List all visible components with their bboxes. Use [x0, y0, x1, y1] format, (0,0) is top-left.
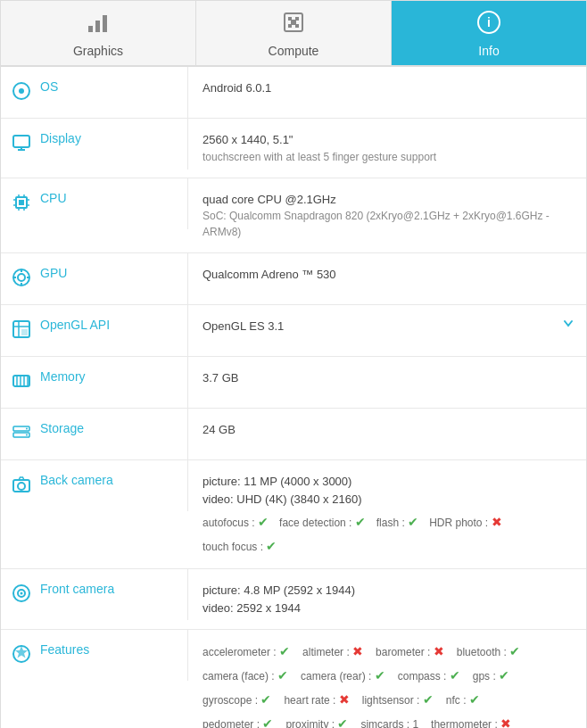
row-label-text-back-camera: Back camera — [40, 473, 113, 487]
row-features: Featuresaccelerometer : ✔altimeter : ✖ba… — [1, 630, 586, 728]
storage-icon — [12, 423, 31, 447]
gpu-icon — [12, 268, 31, 292]
features-line-3: pedometer : ✔proximity : ✔simcards : 1th… — [203, 715, 574, 728]
row-label-back-camera: Back camera — [1, 460, 188, 511]
memory-main-value: 3.7 GB — [203, 369, 574, 387]
row-label-text-front-camera: Front camera — [40, 582, 114, 596]
svg-point-43 — [26, 428, 28, 430]
feature-lightsensor: lightsensor : ✔ — [362, 691, 434, 709]
svg-rect-8 — [291, 20, 296, 25]
svg-point-12 — [19, 88, 24, 94]
feature-pedometer: pedometer : ✔ — [203, 715, 273, 728]
svg-rect-13 — [13, 136, 29, 147]
row-label-features: Features — [1, 630, 188, 681]
row-label-text-memory: Memory — [40, 369, 86, 384]
row-value-cpu: quad core CPU @2.1GHzSoC: Qualcomm Snapd… — [188, 178, 586, 253]
row-memory: Memory3.7 GB — [1, 357, 586, 409]
row-label-os: OS — [1, 67, 188, 118]
display-icon — [12, 133, 31, 157]
os-main-value: Android 6.0.1 — [203, 79, 574, 97]
svg-point-49 — [21, 592, 23, 595]
opengl-icon — [12, 319, 31, 343]
feature-accelerometer: accelerometer : ✔ — [203, 642, 290, 661]
cpu-icon — [12, 193, 31, 217]
row-value-opengl: OpenGL ES 3.1 — [188, 305, 586, 348]
feature-camera-(rear): camera (rear) : ✔ — [301, 666, 385, 685]
compute-tab-label: Compute — [269, 44, 319, 58]
front-camera-picture: picture: 4.8 MP (2592 x 1944) — [203, 582, 574, 600]
row-os: OSAndroid 6.0.1 — [1, 67, 586, 119]
features-line-1: camera (face) : ✔camera (rear) : ✔compas… — [203, 666, 574, 685]
row-label-text-cpu: CPU — [40, 191, 67, 205]
cpu-main-value: quad core CPU @2.1GHz — [203, 191, 574, 209]
tab-graphics[interactable]: Graphics — [1, 1, 196, 65]
display-sub-value: touchscreen with at least 5 finger gestu… — [203, 149, 574, 165]
opengl-chevron-icon[interactable] — [559, 314, 577, 339]
graphics-tab-icon — [86, 10, 111, 40]
compute-tab-icon — [281, 10, 306, 40]
feature-gps: gps : ✔ — [473, 666, 509, 685]
row-value-gpu: Qualcomm Adreno ™ 530 — [188, 253, 586, 296]
features-line-0: accelerometer : ✔altimeter : ✖barometer … — [203, 642, 574, 661]
feature-compass: compass : ✔ — [398, 666, 460, 685]
cpu-sub-value: SoC: Qualcomm Snapdragon 820 (2xKryo@2.1… — [203, 208, 574, 240]
row-value-memory: 3.7 GB — [188, 357, 586, 400]
main-container: Graphics Compute i Info OSAndroid 6.0.1D… — [0, 0, 587, 728]
row-label-gpu: GPU — [1, 253, 188, 304]
row-front-camera: Front camerapicture: 4.8 MP (2592 x 1944… — [1, 569, 586, 630]
feature-heart-rate: heart rate : ✖ — [284, 691, 349, 709]
row-value-storage: 24 GB — [188, 409, 586, 451]
feature-thermometer: thermometer : ✖ — [431, 715, 511, 728]
tab-bar: Graphics Compute i Info — [1, 1, 586, 67]
row-label-display: Display — [1, 119, 188, 170]
row-label-memory: Memory — [1, 357, 188, 408]
svg-text:i: i — [487, 15, 491, 29]
feature-altimeter: altimeter : ✖ — [302, 642, 363, 661]
svg-point-44 — [26, 434, 28, 436]
front-camera-icon — [12, 583, 31, 608]
svg-rect-0 — [88, 26, 93, 32]
feature-nfc: nfc : ✔ — [446, 691, 480, 709]
graphics-tab-label: Graphics — [73, 44, 123, 58]
back-camera-features-line1: autofocus : ✔face detection : ✔flash : ✔… — [203, 513, 574, 532]
back-camera-features-line2: touch focus : ✔ — [203, 537, 574, 556]
feature-gyroscope: gyroscope : ✔ — [203, 691, 271, 709]
memory-icon — [12, 371, 31, 395]
features-line-2: gyroscope : ✔heart rate : ✖lightsensor :… — [203, 691, 574, 709]
feature-camera-(face): camera (face) : ✔ — [203, 666, 288, 685]
row-label-text-storage: Storage — [40, 421, 84, 435]
row-display: Display2560 x 1440, 5.1"touchscreen with… — [1, 119, 586, 178]
row-gpu: GPUQualcomm Adreno ™ 530 — [1, 253, 586, 305]
svg-rect-1 — [95, 21, 100, 32]
row-value-back-camera: picture: 11 MP (4000 x 3000)video: UHD (… — [188, 460, 586, 568]
row-label-text-display: Display — [40, 131, 81, 145]
svg-rect-2 — [103, 15, 107, 32]
tab-info[interactable]: i Info — [392, 1, 586, 65]
row-label-front-camera: Front camera — [1, 569, 188, 620]
camera-icon — [12, 475, 31, 499]
row-back-camera: Back camerapicture: 11 MP (4000 x 3000)v… — [1, 460, 586, 569]
svg-point-27 — [18, 274, 25, 281]
info-section: OSAndroid 6.0.1Display2560 x 1440, 5.1"t… — [1, 67, 586, 728]
feature-proximity: proximity : ✔ — [285, 715, 348, 728]
svg-rect-35 — [21, 329, 28, 335]
info-tab-label: Info — [478, 44, 499, 58]
back-camera-picture: picture: 11 MP (4000 x 3000) — [203, 473, 574, 491]
features-icon — [12, 644, 31, 668]
gpu-main-value: Qualcomm Adreno ™ 530 — [203, 266, 574, 284]
os-icon — [12, 81, 31, 105]
row-label-opengl: OpenGL API — [1, 305, 188, 356]
svg-rect-17 — [19, 200, 24, 205]
row-value-features: accelerometer : ✔altimeter : ✖barometer … — [188, 630, 586, 728]
opengl-main-value: OpenGL ES 3.1 — [203, 318, 574, 335]
row-value-os: Android 6.0.1 — [188, 67, 586, 110]
feature-simcards-:-1: simcards : 1 — [360, 716, 418, 729]
svg-point-46 — [18, 483, 25, 490]
row-label-text-os: OS — [40, 79, 58, 94]
feature-bluetooth: bluetooth : ✔ — [457, 642, 520, 661]
row-storage: Storage24 GB — [1, 409, 586, 460]
tab-compute[interactable]: Compute — [196, 1, 392, 65]
row-label-text-opengl: OpenGL API — [40, 318, 110, 332]
row-value-front-camera: picture: 4.8 MP (2592 x 1944)video: 2592… — [188, 569, 586, 629]
row-opengl: OpenGL APIOpenGL ES 3.1 — [1, 305, 586, 357]
